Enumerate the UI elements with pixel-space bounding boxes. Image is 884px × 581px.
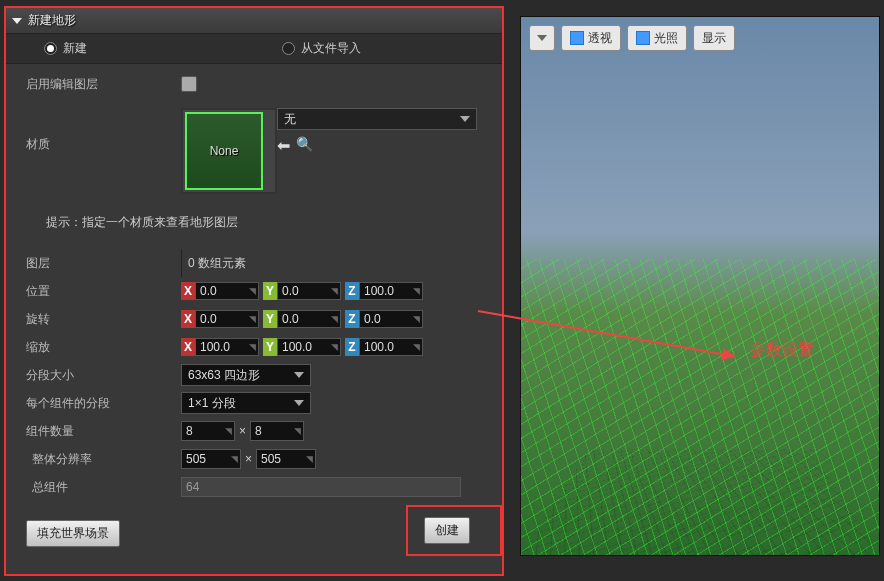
create-button[interactable]: 创建 xyxy=(424,517,470,544)
fill-world-button[interactable]: 填充世界场景 xyxy=(26,520,120,547)
show-button[interactable]: 显示 xyxy=(693,25,735,51)
rotation-z-input[interactable]: 0.0◥ xyxy=(359,310,423,328)
times-icon: × xyxy=(239,424,246,438)
new-landscape-panel: 新建地形 新建 从文件导入 启用编辑图层 材质 None xyxy=(4,6,504,576)
rotation-y-input[interactable]: 0.0◥ xyxy=(277,310,341,328)
axis-x-icon: X xyxy=(181,310,195,328)
enable-edit-layers-checkbox[interactable] xyxy=(181,76,197,92)
position-x-input[interactable]: 0.0◥ xyxy=(195,282,259,300)
layers-label: 图层 xyxy=(6,255,181,272)
axis-z-icon: Z xyxy=(345,338,359,356)
enable-edit-layers-label: 启用编辑图层 xyxy=(26,76,181,93)
button-row: 填充世界场景 创建 xyxy=(6,501,502,556)
enable-edit-layers-row: 启用编辑图层 xyxy=(6,70,502,98)
chevron-down-icon xyxy=(537,35,547,41)
sections-per-label: 每个组件的分段 xyxy=(26,395,181,412)
material-row: 材质 None 无 ⬅ 🔍 xyxy=(6,98,502,196)
search-icon[interactable]: 🔍 xyxy=(296,136,313,155)
material-dropdown[interactable]: 无 xyxy=(277,108,477,130)
landscape-wireframe xyxy=(521,259,879,555)
rotation-row: 旋转 X0.0◥ Y0.0◥ Z0.0◥ xyxy=(6,305,502,333)
viewport-toolbar: 透视 光照 显示 xyxy=(529,25,735,51)
back-arrow-icon[interactable]: ⬅ xyxy=(277,136,290,155)
radio-import[interactable]: 从文件导入 xyxy=(244,40,482,57)
radio-icon xyxy=(282,42,295,55)
components-label: 组件数量 xyxy=(26,423,181,440)
axis-y-icon: Y xyxy=(263,338,277,356)
section-size-row: 分段大小 63x63 四边形 xyxy=(6,361,502,389)
panel-title: 新建地形 xyxy=(28,12,76,29)
resolution-y-input[interactable]: 505◥ xyxy=(256,449,316,469)
scale-x-input[interactable]: 100.0◥ xyxy=(195,338,259,356)
chevron-down-icon xyxy=(294,400,304,406)
position-y-input[interactable]: 0.0◥ xyxy=(277,282,341,300)
cube-icon xyxy=(636,31,650,45)
scale-z-input[interactable]: 100.0◥ xyxy=(359,338,423,356)
axis-x-icon: X xyxy=(181,338,195,356)
section-size-select[interactable]: 63x63 四边形 xyxy=(181,364,311,386)
total-value: 64 xyxy=(181,477,461,497)
radio-new-label: 新建 xyxy=(63,40,87,57)
material-swatch[interactable]: None xyxy=(181,108,277,194)
radio-icon xyxy=(44,42,57,55)
position-label: 位置 xyxy=(26,283,181,300)
cube-icon xyxy=(570,31,584,45)
axis-y-icon: Y xyxy=(263,310,277,328)
components-y-input[interactable]: 8◥ xyxy=(250,421,304,441)
material-hint: 提示：指定一个材质来查看地形图层 xyxy=(6,196,502,249)
scale-row: 缩放 X100.0◥ Y100.0◥ Z100.0◥ xyxy=(6,333,502,361)
sections-per-select[interactable]: 1×1 分段 xyxy=(181,392,311,414)
times-icon: × xyxy=(245,452,252,466)
lit-button[interactable]: 光照 xyxy=(627,25,687,51)
axis-x-icon: X xyxy=(181,282,195,300)
material-swatch-inner: None xyxy=(185,112,263,190)
mode-radio-row: 新建 从文件导入 xyxy=(6,34,502,64)
resolution-label: 整体分辨率 xyxy=(26,451,181,468)
position-row: 位置 X0.0◥ Y0.0◥ Z100.0◥ xyxy=(6,277,502,305)
annotation-text: 参数设置 xyxy=(750,340,814,361)
resolution-row: 整体分辨率 505◥ × 505◥ xyxy=(6,445,502,473)
viewport[interactable]: 透视 光照 显示 xyxy=(520,16,880,556)
rotation-label: 旋转 xyxy=(26,311,181,328)
rotation-x-input[interactable]: 0.0◥ xyxy=(195,310,259,328)
layers-value: 0 数组元素 xyxy=(188,255,246,272)
panel-header[interactable]: 新建地形 xyxy=(6,8,502,34)
expand-icon xyxy=(12,18,22,24)
material-label: 材质 xyxy=(26,108,181,153)
scale-label: 缩放 xyxy=(26,339,181,356)
axis-y-icon: Y xyxy=(263,282,277,300)
components-row: 组件数量 8◥ × 8◥ xyxy=(6,417,502,445)
components-x-input[interactable]: 8◥ xyxy=(181,421,235,441)
position-z-input[interactable]: 100.0◥ xyxy=(359,282,423,300)
chevron-down-icon xyxy=(294,372,304,378)
total-label: 总组件 xyxy=(26,479,181,496)
perspective-button[interactable]: 透视 xyxy=(561,25,621,51)
chevron-down-icon xyxy=(460,116,470,122)
viewport-options-dropdown[interactable] xyxy=(529,25,555,51)
axis-z-icon: Z xyxy=(345,310,359,328)
layers-row: 图层 0 数组元素 xyxy=(6,249,502,277)
axis-z-icon: Z xyxy=(345,282,359,300)
total-row: 总组件 64 xyxy=(6,473,502,501)
section-size-label: 分段大小 xyxy=(26,367,181,384)
material-dropdown-value: 无 xyxy=(284,111,296,128)
sections-per-row: 每个组件的分段 1×1 分段 xyxy=(6,389,502,417)
radio-new[interactable]: 新建 xyxy=(6,40,244,57)
radio-import-label: 从文件导入 xyxy=(301,40,361,57)
create-button-highlight: 创建 xyxy=(406,505,502,556)
scale-y-input[interactable]: 100.0◥ xyxy=(277,338,341,356)
resolution-x-input[interactable]: 505◥ xyxy=(181,449,241,469)
